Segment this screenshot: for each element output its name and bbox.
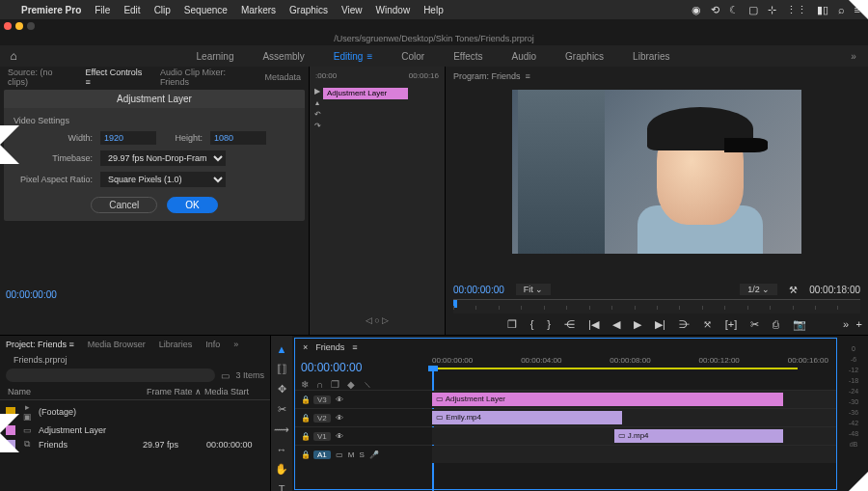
lift-icon[interactable]: ⤧ bbox=[703, 318, 712, 331]
razor-tool-icon[interactable]: ✂ bbox=[278, 403, 286, 416]
menu-clip[interactable]: Clip bbox=[154, 5, 171, 15]
project-row[interactable]: ⧉ Friends 29.97 fps 00:00:00:00 bbox=[0, 437, 270, 451]
work-area-bar[interactable] bbox=[432, 368, 798, 369]
maximize-window-icon[interactable] bbox=[27, 22, 35, 30]
solo-s[interactable]: S bbox=[359, 450, 364, 459]
clip-emily[interactable]: ▭ Emily.mp4 bbox=[432, 411, 622, 424]
tab-overflow-icon[interactable]: » bbox=[233, 340, 238, 349]
moon-icon[interactable]: ☾ bbox=[729, 4, 739, 16]
track-select-tool-icon[interactable]: ⟦⟧ bbox=[277, 363, 286, 375]
in-icon[interactable]: { bbox=[530, 318, 534, 330]
hand-tool-icon[interactable]: ✋ bbox=[275, 463, 288, 476]
marker-icon[interactable]: ❐ bbox=[507, 318, 517, 331]
program-timecode[interactable]: 00:00:00:00 bbox=[453, 285, 504, 295]
workspace-color[interactable]: Color bbox=[401, 51, 424, 62]
app-name[interactable]: Premiere Pro bbox=[21, 5, 81, 15]
menu-sequence[interactable]: Sequence bbox=[184, 5, 228, 15]
menu-edit[interactable]: Edit bbox=[123, 5, 140, 15]
track-label[interactable]: V1 bbox=[313, 432, 331, 441]
step-back-icon[interactable]: |◀ bbox=[588, 318, 599, 331]
step-fwd-icon[interactable]: ▶| bbox=[655, 318, 665, 331]
cc-icon[interactable]: ◉ bbox=[692, 4, 701, 16]
workspace-editing[interactable]: Editing ≡ bbox=[334, 51, 372, 62]
workspace-effects[interactable]: Effects bbox=[453, 51, 482, 62]
menu-graphics[interactable]: Graphics bbox=[289, 5, 328, 15]
menu-file[interactable]: File bbox=[95, 5, 110, 15]
close-window-icon[interactable] bbox=[4, 22, 12, 30]
minimize-window-icon[interactable] bbox=[15, 22, 23, 30]
extract-icon[interactable]: [+] bbox=[725, 318, 738, 330]
width-field[interactable] bbox=[100, 131, 156, 145]
out-icon[interactable]: } bbox=[547, 318, 551, 330]
wrench-icon[interactable]: ⚒ bbox=[789, 285, 798, 295]
menu-view[interactable]: View bbox=[341, 5, 363, 15]
tab-effect-controls[interactable]: Effect Controls ≡ bbox=[86, 68, 145, 87]
tab-audio-mixer[interactable]: Audio Clip Mixer: Friends bbox=[160, 68, 250, 87]
eye-icon[interactable]: 👁 bbox=[336, 396, 343, 404]
more-icon[interactable]: » bbox=[843, 318, 849, 330]
up-icon[interactable]: ▴ bbox=[312, 97, 323, 109]
magnet-icon[interactable]: ∩ bbox=[316, 379, 323, 390]
workspace-audio[interactable]: Audio bbox=[512, 51, 537, 62]
tab-metadata[interactable]: Metadata bbox=[264, 72, 301, 82]
new-bin-icon[interactable]: ▭ bbox=[221, 370, 230, 381]
add-icon[interactable]: + bbox=[856, 318, 862, 330]
clip-adjustment-layer[interactable]: ▭ Adjustment Layer bbox=[432, 393, 783, 406]
timeline-ruler[interactable]: 00:00:00:00 00:00:04:00 00:00:08:00 00:0… bbox=[432, 356, 836, 379]
mic-icon[interactable]: 🎤 bbox=[369, 450, 379, 459]
tab-info[interactable]: Info bbox=[205, 340, 220, 349]
workspace-overflow-icon[interactable]: » bbox=[839, 51, 868, 62]
camera-icon[interactable]: 📷 bbox=[793, 318, 806, 331]
battery-icon[interactable]: ▮▯ bbox=[817, 4, 828, 16]
height-field[interactable] bbox=[210, 131, 266, 145]
play-icon[interactable]: ▶ bbox=[312, 86, 323, 97]
workspace-assembly[interactable]: Assembly bbox=[262, 51, 304, 62]
col-media-start[interactable]: Media Start bbox=[204, 387, 262, 396]
slip-tool-icon[interactable]: ⟿ bbox=[274, 423, 289, 436]
track-label[interactable]: V3 bbox=[313, 396, 331, 404]
project-row[interactable]: ▭ Adjustment Layer bbox=[0, 423, 270, 437]
ok-button[interactable]: OK bbox=[167, 197, 217, 213]
lock-icon[interactable]: 🔒 bbox=[301, 414, 309, 423]
home-icon[interactable]: ⌂ bbox=[0, 49, 27, 63]
search-icon[interactable]: ⌕ bbox=[838, 4, 845, 16]
selection-tool-icon[interactable]: ▲ bbox=[277, 343, 287, 355]
sequence-tab[interactable]: Friends bbox=[315, 342, 344, 352]
tab-program[interactable]: Program: Friends ≡ bbox=[453, 71, 530, 81]
program-preview[interactable] bbox=[453, 86, 860, 280]
sync-icon[interactable]: ⟲ bbox=[711, 4, 719, 16]
zoom-select[interactable]: 1/2 ⌄ bbox=[740, 284, 777, 295]
play-icon[interactable]: ▶ bbox=[634, 318, 641, 331]
workspace-libraries[interactable]: Libraries bbox=[633, 51, 669, 62]
lock-icon[interactable]: 🔒 bbox=[301, 450, 309, 459]
type-tool-icon[interactable]: T bbox=[279, 483, 285, 491]
track-label[interactable]: V2 bbox=[313, 414, 331, 423]
pen-tool-icon[interactable]: ↔ bbox=[277, 444, 287, 455]
eye-icon[interactable]: 👁 bbox=[336, 432, 343, 441]
menu-window[interactable]: Window bbox=[376, 5, 411, 15]
menu-help[interactable]: Help bbox=[423, 5, 444, 15]
par-select[interactable]: Square Pixels (1.0) bbox=[100, 172, 226, 187]
export-frame-icon[interactable]: ✂ bbox=[750, 318, 759, 331]
track-label[interactable]: A1 bbox=[313, 450, 331, 459]
project-row[interactable]: ▸ ▣ (Footage) bbox=[0, 400, 270, 423]
snap-icon[interactable]: ❄ bbox=[301, 379, 309, 390]
mute-icon[interactable]: ▭ bbox=[336, 450, 343, 459]
airplay-icon[interactable]: ▢ bbox=[748, 4, 758, 16]
marker2-icon[interactable]: ◆ bbox=[347, 379, 355, 390]
play-back-icon[interactable]: ◀ bbox=[612, 318, 620, 331]
clip-j[interactable]: ▭ J.mp4 bbox=[614, 429, 784, 443]
redo-icon[interactable]: ↷ bbox=[312, 121, 323, 132]
program-ruler[interactable] bbox=[453, 299, 860, 314]
timeline-timecode[interactable]: 00:00:00:00 bbox=[301, 361, 362, 374]
mute-m[interactable]: M bbox=[348, 450, 355, 459]
workspace-graphics[interactable]: Graphics bbox=[565, 51, 604, 62]
ect-clip[interactable]: Adjustment Layer bbox=[323, 88, 408, 99]
linked-sel-icon[interactable]: ❐ bbox=[331, 379, 339, 390]
ripple-tool-icon[interactable]: ✥ bbox=[278, 383, 286, 396]
goto-out-icon[interactable]: ⋺ bbox=[679, 318, 690, 331]
wifi-icon[interactable]: ⋮⋮ bbox=[786, 4, 807, 16]
workspace-learning[interactable]: Learning bbox=[197, 51, 234, 62]
menu-markers[interactable]: Markers bbox=[241, 5, 276, 15]
comparison-icon[interactable]: ⎙ bbox=[773, 318, 779, 330]
